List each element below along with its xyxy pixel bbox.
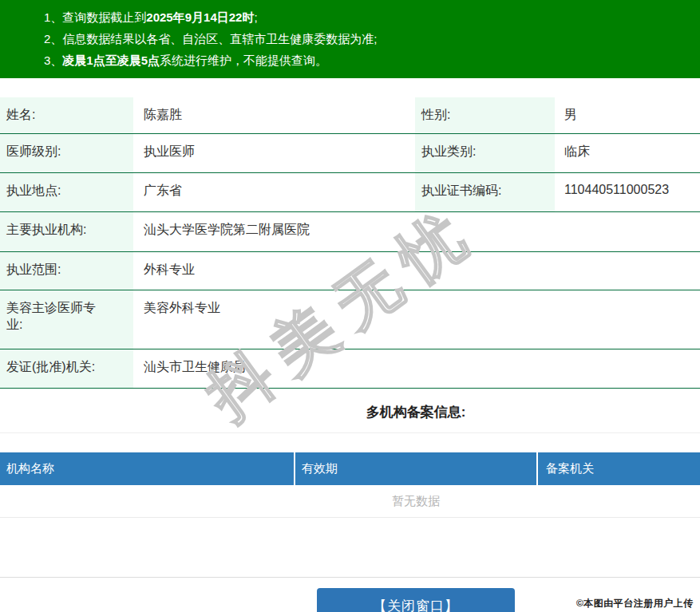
notice-number: 3、 xyxy=(44,53,62,67)
table-row-name-gender: 姓名: 陈嘉胜 性别: 男 xyxy=(0,97,700,134)
notice-text: 信息数据结果以各省、自治区、直辖市卫生健康委数据为准; xyxy=(62,32,377,45)
issuing-authority-label: 发证(批准)机关: xyxy=(0,349,133,388)
registration-table-header: 机构名称 有效期 备案机关 xyxy=(0,452,700,485)
practice-category-value: 临床 xyxy=(555,134,700,172)
practice-scope-value: 外科专业 xyxy=(133,252,700,290)
notice-bold-text: 2025年9月14日22时 xyxy=(146,10,254,24)
main-institution-label: 主要执业机构: xyxy=(0,212,133,251)
cosmetic-specialty-label: 美容主诊医师专业: xyxy=(0,290,133,349)
table-row-level-category: 医师级别: 执业医师 执业类别: 临床 xyxy=(0,134,700,173)
practitioner-details-table: 姓名: 陈嘉胜 性别: 男 医师级别: 执业医师 执业类别: 临床 执业地点: … xyxy=(0,97,700,389)
practice-scope-label: 执业范围: xyxy=(0,252,133,290)
copyright-stamp: ©本图由平台注册用户上传 xyxy=(576,597,694,610)
notice-line-3: 3、凌晨1点至凌晨5点系统进行维护，不能提供查询。 xyxy=(44,49,700,71)
notice-text: 查询数据截止到 xyxy=(62,10,146,24)
table-row-main-institution: 主要执业机构: 汕头大学医学院第二附属医院 xyxy=(0,212,700,252)
table-row-practice-scope: 执业范围: 外科专业 xyxy=(0,252,700,290)
column-header-institution-name: 机构名称 xyxy=(0,461,294,476)
column-header-registration-authority: 备案机关 xyxy=(536,452,700,485)
column-header-validity-period: 有效期 xyxy=(294,452,536,485)
table-row-location-certificate: 执业地点: 广东省 执业证书编码: 110440511000523 xyxy=(0,173,700,212)
issuing-authority-value: 汕头市卫生健康局 xyxy=(133,349,700,388)
notice-number: 1、 xyxy=(44,10,62,24)
notice-text: ; xyxy=(254,10,257,24)
gender-label: 性别: xyxy=(415,97,555,133)
empty-data-message: 暂无数据 xyxy=(0,485,700,518)
doctor-level-value: 执业医师 xyxy=(133,134,415,172)
practice-category-label: 执业类别: xyxy=(415,134,555,172)
notice-number: 2、 xyxy=(44,32,62,45)
gender-value: 男 xyxy=(555,97,700,133)
name-label: 姓名: xyxy=(0,97,133,133)
practice-location-label: 执业地点: xyxy=(0,173,133,211)
certificate-number-value: 110440511000523 xyxy=(555,173,700,211)
practice-location-value: 广东省 xyxy=(133,173,415,211)
notice-banner: 1、查询数据截止到2025年9月14日22时; 2、信息数据结果以各省、自治区、… xyxy=(0,0,700,78)
main-institution-value: 汕头大学医学院第二附属医院 xyxy=(133,212,700,251)
table-row-issuing-authority: 发证(批准)机关: 汕头市卫生健康局 xyxy=(0,349,700,389)
multi-org-registration-heading: 多机构备案信息: xyxy=(0,389,700,433)
notice-line-1: 1、查询数据截止到2025年9月14日22时; xyxy=(44,6,700,28)
close-window-button[interactable]: 【关闭窗口】 xyxy=(317,588,515,612)
certificate-number-label: 执业证书编码: xyxy=(415,173,555,211)
page-container: 1、查询数据截止到2025年9月14日22时; 2、信息数据结果以各省、自治区、… xyxy=(0,0,700,612)
table-row-cosmetic-specialty: 美容主诊医师专业: 美容外科专业 xyxy=(0,290,700,349)
notice-line-2: 2、信息数据结果以各省、自治区、直辖市卫生健康委数据为准; xyxy=(44,28,700,49)
notice-bold-text: 凌晨1点至凌晨5点 xyxy=(62,53,160,67)
cosmetic-specialty-value: 美容外科专业 xyxy=(133,290,700,349)
notice-text: 系统进行维护，不能提供查询。 xyxy=(160,53,327,67)
doctor-level-label: 医师级别: xyxy=(0,134,133,172)
name-value: 陈嘉胜 xyxy=(133,97,415,133)
